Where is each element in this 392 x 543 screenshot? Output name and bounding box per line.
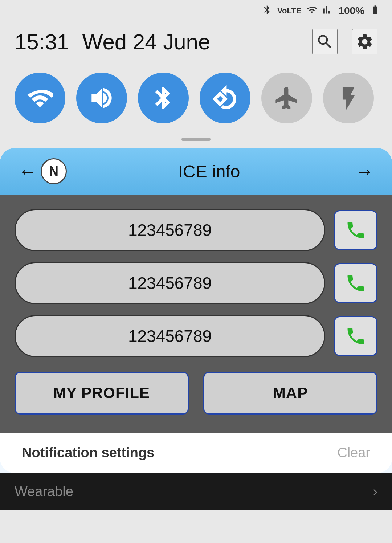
call-button-2[interactable] — [334, 263, 377, 303]
wifi-icon — [27, 85, 53, 111]
phone-icon-1 — [345, 219, 367, 241]
ice-info-card: ← N ICE info → — [0, 148, 392, 473]
ice-content: MY PROFILE MAP — [0, 195, 392, 433]
ice-header: ← N ICE info → — [0, 148, 392, 195]
phone-row-3 — [15, 315, 377, 357]
wearable-label: Wearable — [15, 484, 73, 499]
bluetooth-icon — [151, 85, 176, 111]
search-icon — [316, 33, 334, 51]
header-action-buttons — [312, 29, 377, 54]
phone-input-1[interactable] — [15, 209, 325, 251]
airplane-toggle[interactable] — [261, 73, 312, 123]
my-profile-button[interactable]: MY PROFILE — [15, 372, 189, 415]
ice-forward-button[interactable]: → — [351, 160, 377, 182]
status-icons: VoLTE 100% — [262, 5, 381, 17]
ice-title: ICE info — [67, 162, 351, 181]
bluetooth-status-icon — [262, 5, 272, 17]
phone-icon-2 — [345, 272, 367, 294]
settings-button[interactable] — [352, 29, 377, 54]
call-button-3[interactable] — [334, 316, 377, 356]
battery-icon — [369, 5, 381, 17]
call-button-1[interactable] — [334, 210, 377, 250]
phone-input-3[interactable] — [15, 315, 325, 357]
wifi-toggle[interactable] — [15, 73, 65, 123]
signal-icon — [322, 5, 333, 17]
search-button[interactable] — [312, 29, 338, 54]
sound-toggle[interactable] — [76, 73, 127, 123]
date-display: Wed 24 June — [82, 30, 210, 54]
ice-back-button[interactable]: ← — [15, 160, 41, 182]
rotation-toggle[interactable] — [200, 73, 250, 123]
status-bar: VoLTE 100% — [0, 0, 392, 22]
ice-bottom-buttons: MY PROFILE MAP — [15, 372, 377, 415]
sound-icon — [89, 85, 114, 111]
battery-percentage: 100% — [338, 5, 364, 17]
wearable-bar[interactable]: Wearable › — [0, 473, 392, 510]
ice-logo: N — [41, 158, 67, 184]
wearable-expand-icon: › — [373, 484, 377, 499]
airplane-icon — [274, 85, 299, 111]
notification-header: 15:31 Wed 24 June — [0, 22, 392, 65]
phone-input-2[interactable] — [15, 262, 325, 304]
rotation-icon — [212, 85, 238, 111]
gear-icon — [356, 33, 374, 51]
phone-icon-3 — [345, 325, 367, 347]
datetime-display: 15:31 Wed 24 June — [15, 29, 210, 54]
divider-pill — [181, 138, 211, 141]
notification-settings-bar: Notification settings Clear — [0, 433, 392, 473]
lte-icon: VoLTE — [277, 6, 301, 16]
notification-settings-label: Notification settings — [22, 445, 154, 461]
phone-row-2 — [15, 262, 377, 304]
quick-settings-panel — [0, 65, 392, 134]
clear-button[interactable]: Clear — [337, 445, 370, 461]
map-button[interactable]: MAP — [203, 372, 377, 415]
flashlight-icon — [336, 85, 361, 111]
flashlight-toggle[interactable] — [323, 73, 374, 123]
time-display: 15:31 — [15, 30, 69, 54]
phone-row-1 — [15, 209, 377, 251]
ice-logo-letter: N — [49, 164, 58, 179]
bluetooth-toggle[interactable] — [138, 73, 189, 123]
divider — [0, 134, 392, 148]
wifi-status-icon — [306, 5, 317, 17]
